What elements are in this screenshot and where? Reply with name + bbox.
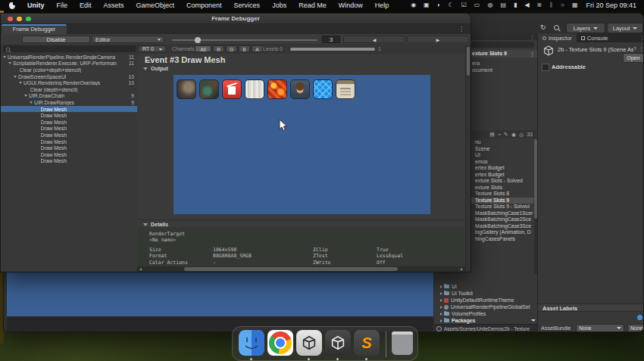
volume-icon[interactable]: ◀ — [524, 0, 529, 11]
moon-icon[interactable]: ☾ — [449, 0, 454, 11]
history-icon[interactable]: ↻ — [540, 23, 546, 31]
control-center-icon[interactable]: ▦ — [572, 0, 578, 11]
layout-dropdown[interactable]: Layout — [607, 23, 643, 33]
menu-item-services[interactable]: Services — [228, 2, 267, 9]
project-scrollbar[interactable] — [534, 139, 537, 274]
details-foldout[interactable]: Details — [143, 222, 168, 227]
character-texture[interactable] — [199, 79, 219, 99]
plug-icon[interactable]: ⌁ — [498, 132, 501, 138]
layers-dropdown[interactable]: Layers — [566, 23, 605, 33]
info-icon[interactable]: ◉ — [511, 132, 516, 138]
frame-event-row[interactable]: Draw Mesh — [1, 119, 137, 126]
project-tree-item[interactable]: UI Toolkit — [439, 290, 537, 297]
disable-button[interactable]: Disable — [22, 36, 90, 43]
window-titlebar[interactable]: Frame Debugger — [1, 14, 470, 24]
prev-event-button[interactable]: ◀ — [343, 36, 405, 43]
panel-menu-icon[interactable]: ⋮ — [639, 35, 644, 41]
frame-event-row[interactable]: Draw Mesh — [1, 112, 137, 119]
menu-item-jobs[interactable]: Jobs — [266, 2, 292, 9]
inspector-menu-icon[interactable]: ⋮ — [639, 46, 644, 52]
scrollbar-thumb[interactable] — [184, 267, 398, 271]
scrollbar-thumb[interactable] — [467, 47, 470, 76]
frame-event-row[interactable]: Draw Mesh — [1, 138, 137, 145]
panel-menu-icon[interactable]: ⋮ — [530, 34, 535, 40]
label-icon[interactable]: ✎ — [504, 132, 508, 138]
menu-item-read-me[interactable]: Read Me — [292, 2, 333, 9]
search-by-type-icon[interactable]: ▤ — [489, 132, 495, 138]
dock-chrome-icon[interactable] — [267, 330, 293, 356]
frame-event-row[interactable]: ScriptableRenderer.Execute: URP-Performa… — [1, 61, 137, 67]
paper-ui-texture[interactable] — [336, 79, 355, 99]
battery-icon[interactable]: ▮ — [514, 0, 517, 11]
frame-event-row[interactable]: Draw Mesh — [1, 158, 137, 165]
frame-event-row[interactable]: Draw Mesh — [1, 126, 137, 132]
channel-button-g[interactable]: G — [226, 45, 237, 52]
spotlight-icon[interactable]: ○ — [561, 0, 564, 11]
project-tree-item[interactable]: VolumeProfiles — [439, 310, 537, 317]
project-tree-item[interactable]: UniversalRenderPipelineGlobalSet — [439, 303, 537, 310]
assetbundle-dropdown[interactable]: None — [576, 324, 624, 332]
channel-button-r[interactable]: R — [213, 45, 224, 52]
vertical-scrollbar[interactable] — [465, 45, 470, 272]
channel-button-b[interactable]: B — [239, 45, 250, 52]
frame-event-row[interactable]: Draw Mesh — [1, 106, 137, 113]
tab-inspector[interactable]: Inspector — [538, 33, 577, 42]
menu-item-edit[interactable]: Edit — [73, 2, 98, 9]
event-number-field[interactable]: 3 — [322, 36, 340, 43]
dock-finder-icon[interactable] — [239, 330, 264, 356]
scene-header[interactable]: exture Slots 9 ⋮ — [469, 50, 537, 58]
open-button[interactable]: Open — [623, 53, 644, 63]
scroll-right-icon[interactable] — [461, 268, 463, 271]
menu-item-component[interactable]: Component — [180, 2, 228, 9]
portrait-texture[interactable] — [290, 79, 310, 99]
dock-unity-hub-icon[interactable] — [296, 330, 322, 356]
keyboard-icon[interactable]: ▭ — [474, 0, 480, 11]
stage-manager-icon[interactable]: ▤ — [500, 0, 506, 11]
rt-dropdown[interactable]: RT 0 — [139, 45, 166, 52]
dock-unity-editor-icon[interactable] — [325, 330, 351, 356]
channel-button-a[interactable]: A — [252, 45, 263, 52]
menu-item-help[interactable]: Help — [369, 2, 395, 9]
globe-icon[interactable]: ◍ — [487, 0, 492, 11]
frame-event-row[interactable]: UniversalRenderPipeline.RenderSingleCame… — [1, 54, 137, 61]
horizontal-scrollbar[interactable] — [137, 266, 465, 272]
levels-slider[interactable] — [290, 48, 375, 51]
hierarchy-search-input[interactable] — [470, 42, 534, 48]
scroll-left-icon[interactable] — [139, 268, 142, 271]
wifi-icon[interactable]: ≋ — [537, 0, 542, 11]
scene-menu-icon[interactable]: ⋮ — [530, 51, 535, 58]
chevron-down-icon[interactable] — [531, 319, 536, 322]
dock-sublime-icon[interactable]: S — [354, 330, 380, 356]
menu-item-window[interactable]: Window — [333, 2, 369, 9]
frame-event-row[interactable]: UIR.DrawRanges9 — [1, 99, 137, 106]
project-tree-item[interactable]: UnityDefaultRuntimeTheme — [439, 297, 537, 303]
menubar-clock[interactable]: Fri 20 Sep 09:41 — [586, 2, 636, 9]
eye-icon[interactable]: ◎ — [519, 132, 524, 138]
frame-event-row[interactable]: UGUI.Rendering.RenderOverlays10 — [1, 79, 137, 86]
frame-event-row[interactable]: Draw Mesh — [1, 151, 137, 158]
help-icon[interactable]: ? — [633, 46, 636, 51]
trash-red-texture[interactable] — [222, 79, 242, 99]
tab-frame-debugger[interactable]: Frame Debugger — [2, 24, 67, 34]
lava-texture[interactable] — [267, 79, 287, 99]
bluetooth-icon[interactable]: ᛒ — [549, 0, 553, 11]
blue-lattice-texture[interactable] — [313, 79, 333, 99]
tab-console[interactable]: Console — [577, 33, 613, 42]
swirl-icon[interactable]: ◉ — [411, 0, 416, 11]
birch-texture[interactable] — [245, 79, 264, 99]
menu-item-assets[interactable]: Assets — [98, 2, 130, 9]
display-icon[interactable]: ▣ — [424, 0, 430, 11]
dock-trash-icon[interactable] — [392, 331, 413, 355]
slider-handle[interactable] — [195, 37, 201, 43]
apple-icon[interactable] — [9, 2, 15, 9]
frame-event-row[interactable]: Clear (depth+stencil) — [1, 86, 137, 93]
hierarchy-item-camera[interactable]: era — [472, 60, 480, 67]
output-foldout[interactable]: Output — [143, 66, 168, 71]
frame-event-row[interactable]: Draw Mesh — [1, 145, 137, 151]
menu-item-unity[interactable]: Unity — [21, 2, 51, 9]
tab-menu-icon[interactable]: ⋮ — [458, 26, 464, 33]
target-dropdown[interactable]: Editor — [92, 36, 164, 43]
frame-event-row[interactable]: DrawScreenSpaceUI10 — [1, 73, 137, 80]
search-input[interactable] — [3, 45, 136, 52]
channel-button-all[interactable]: All — [195, 45, 211, 52]
